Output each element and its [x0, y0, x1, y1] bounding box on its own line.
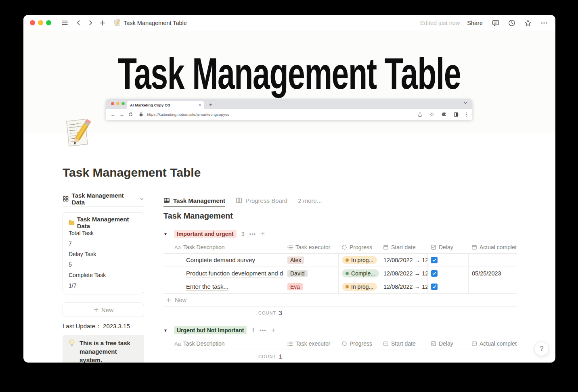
count-label: COUNT: [258, 311, 276, 315]
delay-checkbox-checked[interactable]: [431, 257, 438, 263]
help-button[interactable]: ?: [534, 342, 549, 356]
browser-close-dot: [111, 102, 114, 105]
progress-pill[interactable]: In prog...: [342, 256, 377, 264]
add-row-button[interactable]: New: [163, 294, 517, 307]
calendar-icon: [383, 244, 389, 250]
share-button[interactable]: Share: [467, 20, 483, 26]
group-count: 1: [251, 327, 255, 334]
column-header-progress[interactable]: Progress: [338, 338, 380, 350]
start-date-value[interactable]: 12/08/2022 → 12: [383, 270, 427, 277]
sidebar-menu-icon[interactable]: [60, 18, 69, 28]
new-tab-icon[interactable]: [98, 18, 107, 28]
sidebar-column: Task Management Data Task Management Dat…: [63, 195, 144, 363]
column-header-description[interactable]: AaTask Description: [163, 241, 284, 253]
chevron-down-icon: [140, 197, 144, 201]
nav-forward-icon[interactable]: [86, 18, 95, 28]
group-options-icon[interactable]: •••: [260, 327, 266, 334]
column-header-start-date[interactable]: Start date: [380, 241, 427, 253]
calendar-icon: [383, 341, 389, 346]
browser-share-icon: [418, 112, 422, 117]
progress-pill[interactable]: In prog...: [342, 283, 377, 291]
stats-card-title: Task Management Data: [77, 216, 138, 229]
text-property-icon: Aa: [174, 244, 181, 250]
executor-badge[interactable]: Alex: [287, 256, 304, 264]
collapse-triangle-icon[interactable]: ▼: [163, 328, 169, 333]
close-window-button[interactable]: [30, 20, 35, 25]
lock-icon: [139, 112, 143, 117]
group-options-icon[interactable]: •••: [249, 231, 256, 237]
column-header-delay[interactable]: Delay: [427, 338, 468, 350]
zoom-window-button[interactable]: [46, 20, 51, 25]
breadcrumb[interactable]: Task Management Table: [114, 19, 187, 27]
column-header-description[interactable]: AaTask Description: [163, 338, 284, 350]
column-header-executor[interactable]: Task executor: [284, 338, 338, 350]
group-badge[interactable]: Important and urgent: [174, 230, 237, 238]
browser-forward-icon: →: [119, 112, 124, 117]
browser-extensions-puzzle-icon: [442, 112, 446, 117]
divider: [63, 206, 144, 207]
status-dot: [346, 285, 349, 288]
task-title-link[interactable]: Enter the task...: [186, 283, 228, 291]
group-count-row: COUNT 3: [163, 307, 517, 319]
tab-progress-board[interactable]: Progress Board: [236, 194, 287, 207]
table-row[interactable]: Product function development and d David…: [163, 267, 517, 280]
collapse-triangle-icon[interactable]: ▼: [163, 232, 169, 236]
sidebar-new-button[interactable]: New: [63, 302, 144, 317]
delay-checkbox-checked[interactable]: [431, 284, 438, 290]
start-date-value[interactable]: 12/08/2022 → 12: [383, 284, 427, 290]
memo-pencil-page-icon[interactable]: [65, 117, 92, 150]
linked-database-selector[interactable]: Task Management Data: [63, 195, 144, 203]
actual-complete-value[interactable]: 05/25/2023: [472, 270, 501, 277]
text-property-icon: Aa: [174, 341, 181, 347]
column-header-delay[interactable]: Delay: [427, 241, 468, 253]
group-badge[interactable]: Urgent but Not Important: [174, 326, 247, 334]
table-header-row: AaTask Description Task executor Progres…: [163, 241, 517, 254]
stat-label: Delay Task: [69, 249, 138, 259]
browser-active-tab: AI Marketing Copy OS ×: [127, 101, 204, 109]
task-title-link[interactable]: Complete demand survey: [186, 256, 255, 264]
history-clock-icon[interactable]: [507, 18, 517, 28]
comments-icon[interactable]: [491, 18, 501, 28]
column-header-actual-complete[interactable]: Actual complete: [468, 241, 517, 253]
tabs-more-button[interactable]: 2 more...: [298, 197, 322, 204]
tab-label: Task Management: [173, 197, 225, 204]
calendar-icon: [471, 341, 477, 346]
count-label: COUNT: [258, 354, 276, 359]
plus-icon: [166, 297, 172, 303]
column-header-progress[interactable]: Progress: [338, 241, 380, 253]
list-property-icon: [287, 244, 293, 250]
progress-pill[interactable]: Comple...: [342, 269, 379, 277]
minimize-window-button[interactable]: [38, 20, 43, 25]
folder-icon: [69, 220, 75, 225]
add-row-label: New: [175, 297, 186, 303]
table-row[interactable]: Complete demand survey Alex In prog... 1…: [163, 254, 517, 267]
executor-badge[interactable]: David: [287, 270, 308, 277]
task-title-link[interactable]: Product function development and d: [186, 270, 283, 277]
nav-back-icon[interactable]: [73, 18, 83, 28]
lightbulb-icon: [68, 339, 75, 348]
memo-page-icon: [114, 19, 121, 27]
stats-card[interactable]: Task Management Data Total Task 7 Delay …: [63, 212, 144, 294]
browser-toolbar: ← → https://kaibinding.notion.site/aimar…: [106, 109, 472, 120]
column-header-actual-complete[interactable]: Actual complete: [468, 338, 517, 350]
linked-database-title: Task Management Data: [72, 192, 137, 206]
browser-bookmark-star-icon: [429, 112, 434, 117]
group-header-important-urgent: ▼ Important and urgent 3 ••• +: [163, 229, 517, 239]
status-dot: [346, 272, 349, 275]
delay-checkbox-checked[interactable]: [431, 270, 438, 277]
group-add-icon[interactable]: +: [261, 230, 265, 238]
more-options-icon[interactable]: [539, 18, 549, 28]
database-main-column: Task Management Progress Board 2 more...…: [163, 194, 517, 363]
group-add-icon[interactable]: +: [271, 326, 275, 334]
table-row[interactable]: Enter the task... Eva In prog... 12/08/2…: [163, 280, 517, 294]
start-date-value[interactable]: 12/08/2022 → 12: [383, 257, 427, 263]
browser-tab-strip: AI Marketing Copy OS × +: [106, 99, 472, 109]
cover-browser-image: AI Marketing Copy OS × + ← → https://kai…: [106, 99, 472, 120]
favorite-star-icon[interactable]: [523, 18, 533, 28]
group-count: 3: [241, 231, 245, 237]
column-header-start-date[interactable]: Start date: [380, 338, 427, 350]
column-header-executor[interactable]: Task executor: [284, 241, 338, 253]
checkbox-property-icon: [431, 244, 436, 250]
tab-task-management[interactable]: Task Management: [163, 194, 225, 207]
executor-badge[interactable]: Eva: [287, 283, 303, 290]
